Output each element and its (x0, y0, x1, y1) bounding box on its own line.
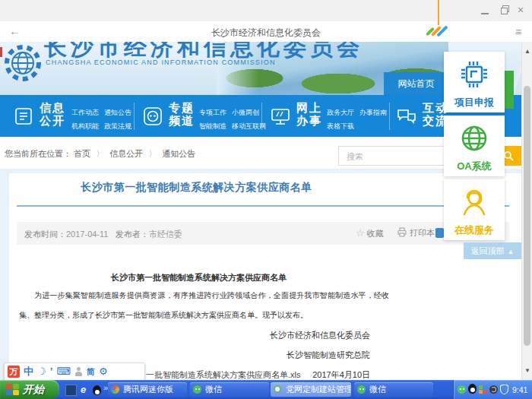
hamburger-menu-icon[interactable]: ≡ (515, 26, 521, 38)
taskbar: 开始 e » 腾讯网迷你版 微信 党网定制建站管理... 微信 9:41 (0, 380, 532, 399)
ime-simplified-icon[interactable]: 简 (87, 366, 95, 378)
start-button[interactable]: 开始 (0, 380, 59, 399)
scroll-down-icon[interactable]: ▼ (524, 367, 530, 374)
side-card-label: 在线服务 (444, 223, 505, 237)
ime-keyboard-icon[interactable]: ⌨ (56, 366, 71, 378)
nav-title-line1: 信息 (40, 101, 65, 114)
scroll-up-icon[interactable]: ▲ (524, 48, 530, 55)
headset-person-icon (458, 185, 491, 219)
nav-link[interactable]: 通知公告 (104, 108, 131, 118)
ime-settings-gear-icon[interactable]: ⚙ (99, 366, 108, 378)
chat-bubbles-icon (395, 105, 418, 131)
minimize-icon[interactable] (481, 8, 489, 14)
nav-title-line2: 办事 (296, 114, 322, 127)
nav-title[interactable]: 网上办事 (296, 101, 322, 127)
window-titlebar: × (0, 0, 532, 22)
breadcrumb-home[interactable]: 首页 (74, 149, 90, 158)
attachment-link[interactable]: 一批智能制造系统解决方案供应商名单.xls (146, 369, 301, 381)
side-card-project-apply[interactable]: 项目申报 (444, 52, 505, 112)
tray-wechat-icon[interactable] (458, 385, 466, 394)
ime-toolbar: 万 中 ☽ ’ ⌨ 简 ⚙ (4, 363, 145, 381)
side-card-label: 项目申报 (444, 96, 505, 109)
nav-title-line1: 专题 (169, 101, 195, 114)
article-meta: 发布时间：2017-04-11 发布者：市经信委 (24, 229, 182, 240)
wechat-icon (193, 385, 201, 394)
tray-qq-icon[interactable] (468, 383, 477, 397)
show-desktop-icon[interactable] (65, 385, 77, 396)
internet-explorer-icon[interactable]: e (81, 385, 86, 394)
back-to-top-button[interactable]: 返回顶部▲ (464, 242, 521, 259)
up-triangle-icon: ▲ (508, 248, 515, 255)
nav-sublinks: 工作动态通知公告 机构职能政策法规 (71, 104, 137, 131)
qq-icon[interactable] (93, 385, 101, 398)
org-name-en: CHANGSHA ECONOMIC AND INFORMATION COMMIS… (46, 59, 276, 66)
ime-logo-icon[interactable]: 万 (8, 366, 20, 378)
gear-globe-logo-icon (3, 43, 43, 86)
page-title: 长沙市经济和信息化委员会 (0, 27, 532, 40)
scrollbar-thumb[interactable] (524, 86, 530, 346)
search-icon (503, 150, 514, 161)
ime-halfwidth-icon[interactable]: ☽ (37, 366, 46, 378)
nav-link[interactable]: 表格下载 (327, 122, 354, 131)
side-card-label: OA系统 (444, 160, 505, 173)
home-button[interactable]: 网站首页 (384, 72, 448, 95)
publish-time-label: 发布时间： (24, 230, 66, 239)
nav-sublinks: 专项工作小微两创 智能制造移动互联网 (199, 104, 271, 131)
nav-link[interactable]: 智能制造 (199, 122, 226, 131)
breadcrumb-sep: 〉 (148, 149, 157, 158)
publish-time: 2017-04-11 (66, 230, 108, 239)
task-label: 党网定制建站管理... (286, 385, 351, 394)
scrollbar[interactable]: ▲ ▼ (521, 42, 532, 380)
breadcrumb-info[interactable]: 信息公开 (109, 149, 143, 158)
wechat-icon (357, 385, 366, 394)
nav-link[interactable]: 工作动态 (71, 108, 99, 118)
task-wechat-1[interactable]: 微信 (190, 382, 269, 397)
ime-punctuation-icon[interactable]: ’ (50, 366, 53, 378)
nav-link[interactable]: 机构职能 (71, 122, 99, 131)
nav-title[interactable]: 专题频道 (169, 101, 195, 127)
task-site-builder[interactable]: 党网定制建站管理... (271, 382, 351, 397)
nav-divider (134, 103, 135, 130)
close-icon[interactable]: × (518, 5, 524, 15)
article-body-title: 长沙市第一批智能制造系统解决方案供应商名单 (19, 272, 378, 283)
publisher: 市经信委 (149, 230, 182, 239)
tray-security-shield-icon[interactable] (500, 385, 508, 394)
star-icon: ☆ (356, 227, 365, 239)
nav-link[interactable]: 政策法规 (104, 122, 131, 131)
favorite-button[interactable]: ☆收藏 (356, 227, 384, 239)
task-tencent-mini[interactable]: 腾讯网迷你版 (108, 382, 187, 397)
nav-sublinks: 政务大厅办事指南 表格下载 (327, 104, 392, 131)
nav-link[interactable]: 办事指南 (359, 108, 387, 118)
ime-chinese-mode-icon[interactable]: 中 (24, 366, 33, 378)
nav-divider (389, 103, 390, 130)
side-card-online-service[interactable]: 在线服务 (444, 179, 505, 240)
ime-account-icon[interactable] (74, 366, 83, 377)
browser-logo-icon[interactable] (426, 22, 448, 40)
nav-link[interactable]: 政务大厅 (327, 108, 354, 118)
system-tray: 9:41 (453, 380, 532, 399)
tray-input-method-icon[interactable] (489, 385, 498, 394)
task-wechat-2[interactable]: 微信 (354, 382, 433, 397)
globe-icon (458, 122, 491, 155)
nav-link[interactable]: 小微两创 (232, 108, 259, 118)
news-icon (12, 105, 35, 131)
task-label: 腾讯网迷你版 (123, 385, 173, 394)
tray-app-grid-icon[interactable] (479, 385, 487, 394)
banner-edge-decoration (0, 47, 2, 57)
chip-icon (458, 58, 491, 91)
breadcrumb-sep: 〉 (96, 149, 104, 158)
breadcrumb-notice[interactable]: 通知公告 (162, 149, 195, 158)
task-label: 微信 (205, 385, 222, 394)
channel-icon (141, 105, 164, 131)
share-icon[interactable] (435, 228, 444, 238)
monitor-icon (269, 105, 292, 131)
restore-icon[interactable] (501, 7, 508, 14)
side-widget-peek (505, 71, 514, 109)
nav-title[interactable]: 信息公开 (40, 101, 65, 127)
publisher-label: 发布者： (116, 230, 149, 239)
side-card-oa-system[interactable]: OA系统 (444, 116, 505, 176)
signature-org1: 长沙市经济和信息化委员会 (19, 325, 370, 345)
nav-link[interactable]: 专项工作 (199, 108, 226, 118)
clock: 9:41 (512, 385, 527, 394)
browser-toolbar: ← 长沙市经济和信息化委员会 ≡ (0, 21, 532, 42)
